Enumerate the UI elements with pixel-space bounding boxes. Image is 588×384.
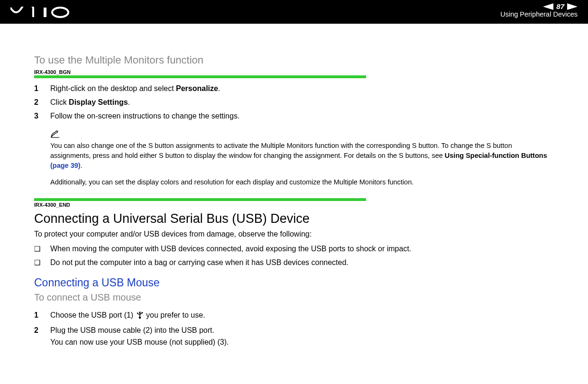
step-line1: Plug the USB mouse cable (2) into the US…: [50, 326, 214, 334]
step-text: Choose the USB port (1): [50, 311, 136, 319]
step-row: 2 Plug the USB mouse cable (2) into the …: [34, 325, 554, 348]
step-body: Right-click on the desktop and select Pe…: [50, 83, 554, 95]
svg-rect-0: [44, 8, 46, 17]
step-text: Right-click on the desktop and select: [50, 84, 176, 92]
note-page-link[interactable]: (page 39): [50, 162, 81, 169]
step-number: 2: [34, 325, 50, 337]
step-line2: You can now use your USB mouse (not supp…: [50, 338, 229, 346]
bullet-row: ❑ When moving the computer with USB devi…: [34, 243, 554, 255]
step-text: Click: [50, 98, 69, 106]
step-post: .: [218, 84, 220, 92]
step-post: you prefer to use.: [144, 311, 205, 319]
bullet-icon: ❑: [34, 243, 50, 254]
step-body: Plug the USB mouse cable (2) into the US…: [50, 325, 554, 348]
step-row: 1 Choose the USB port (1) you prefer to …: [34, 310, 554, 323]
step-bold: Display Settings: [69, 98, 128, 106]
header-bar: 87 Using Peripheral Devices: [0, 0, 588, 24]
step-bold: Personalize: [176, 84, 218, 92]
step-number: 3: [34, 110, 50, 122]
bullet-icon: ❑: [34, 257, 50, 268]
svg-rect-5: [141, 312, 143, 313]
step-body: Click Display Settings.: [50, 97, 554, 109]
note-text: You can also change one of the S button …: [50, 141, 554, 171]
step-row: 3 Follow the on-screen instructions to c…: [34, 110, 554, 122]
green-divider-bottom: [34, 198, 366, 201]
svg-point-4: [137, 312, 138, 313]
note-additional: Additionally, you can set the display co…: [50, 178, 554, 186]
note-block: You can also change one of the S button …: [50, 130, 554, 186]
note-bold: Using Special-function Buttons: [445, 152, 547, 159]
step-number: 2: [34, 97, 50, 109]
step-row: 1 Right-click on the desktop and select …: [34, 83, 554, 95]
step-body: Choose the USB port (1) you prefer to us…: [50, 310, 554, 323]
step-body: Follow the on-screen instructions to cha…: [50, 110, 554, 122]
steps-list-2: 1 Choose the USB port (1) you prefer to …: [34, 310, 554, 348]
note-part-a: You can also change one of the S button …: [50, 142, 512, 159]
bullet-text: When moving the computer with USB device…: [50, 243, 411, 255]
step-number: 1: [34, 310, 50, 321]
section2-title: Connecting a Universal Serial Bus (USB) …: [34, 211, 554, 226]
step-number: 1: [34, 83, 50, 95]
marker-end: IRX-4300_END: [34, 202, 554, 208]
vaio-logo: [10, 7, 72, 20]
nav-prev-icon[interactable]: [543, 3, 553, 10]
page-content: To use the Multiple Monitors function IR…: [0, 24, 588, 348]
section3-title: Connecting a USB Mouse: [34, 276, 554, 289]
note-post: .: [81, 162, 83, 169]
svg-point-1: [52, 8, 68, 17]
page-number: 87: [556, 3, 564, 10]
green-divider-top: [34, 75, 366, 78]
bullet-row: ❑ Do not put the computer into a bag or …: [34, 257, 554, 269]
page-nav: 87: [500, 3, 578, 10]
pen-note-icon: [50, 130, 554, 140]
step-row: 2 Click Display Settings.: [34, 97, 554, 109]
marker-begin: IRX-4300_BGN: [34, 69, 554, 75]
section1-title: To use the Multiple Monitors function: [34, 54, 554, 66]
step-post: .: [128, 98, 130, 106]
steps-list-1: 1 Right-click on the desktop and select …: [34, 83, 554, 122]
usb-icon: [137, 311, 143, 323]
section3-subtitle: To connect a USB mouse: [34, 292, 554, 303]
header-subtitle: Using Peripheral Devices: [500, 10, 578, 18]
bullet-text: Do not put the computer into a bag or ca…: [50, 257, 349, 269]
nav-next-icon[interactable]: [567, 3, 578, 10]
header-right: 87 Using Peripheral Devices: [500, 3, 578, 18]
step-text: Follow the on-screen instructions to cha…: [50, 112, 239, 120]
section2-intro: To protect your computer and/or USB devi…: [34, 230, 554, 238]
